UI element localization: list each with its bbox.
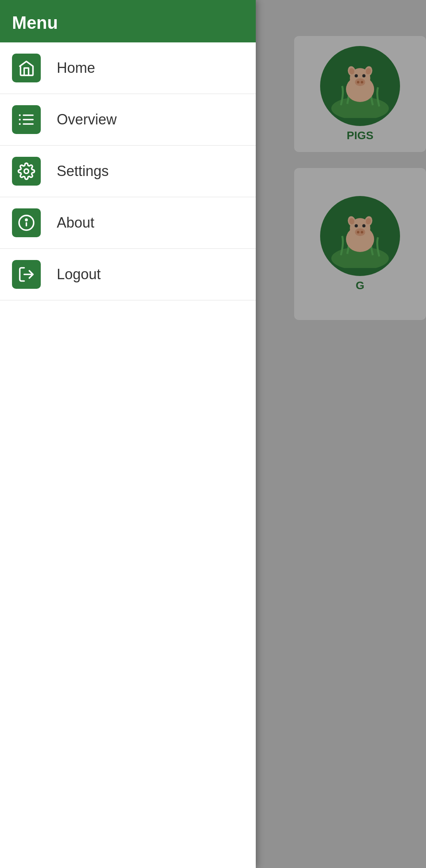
svg-point-30 [24, 169, 29, 174]
menu-item-settings-label: Settings [57, 163, 109, 180]
logout-icon-container [12, 260, 41, 289]
home-icon [18, 59, 35, 77]
menu-header: Menu [0, 0, 256, 42]
menu-item-home[interactable]: Home [0, 42, 256, 94]
list-icon-container [12, 105, 41, 134]
menu-item-logout-label: Logout [57, 266, 101, 283]
svg-point-34 [26, 219, 27, 221]
menu-item-overview[interactable]: Overview [0, 94, 256, 146]
gear-icon-container [12, 157, 41, 186]
menu-items-list: Home Overview [0, 42, 256, 868]
menu-title: Menu [12, 13, 58, 33]
info-icon [18, 214, 35, 232]
menu-item-settings[interactable]: Settings [0, 146, 256, 197]
menu-item-about-label: About [57, 214, 94, 231]
menu-item-overview-label: Overview [57, 111, 117, 128]
info-icon-container [12, 208, 41, 237]
home-icon-container [12, 54, 41, 82]
menu-item-logout[interactable]: Logout [0, 249, 256, 300]
menu-item-home-label: Home [57, 60, 95, 76]
menu-item-about[interactable]: About [0, 197, 256, 249]
gear-icon [18, 162, 35, 180]
list-icon [18, 111, 35, 128]
logout-icon [18, 266, 35, 283]
menu-drawer: Menu Home [0, 0, 256, 868]
